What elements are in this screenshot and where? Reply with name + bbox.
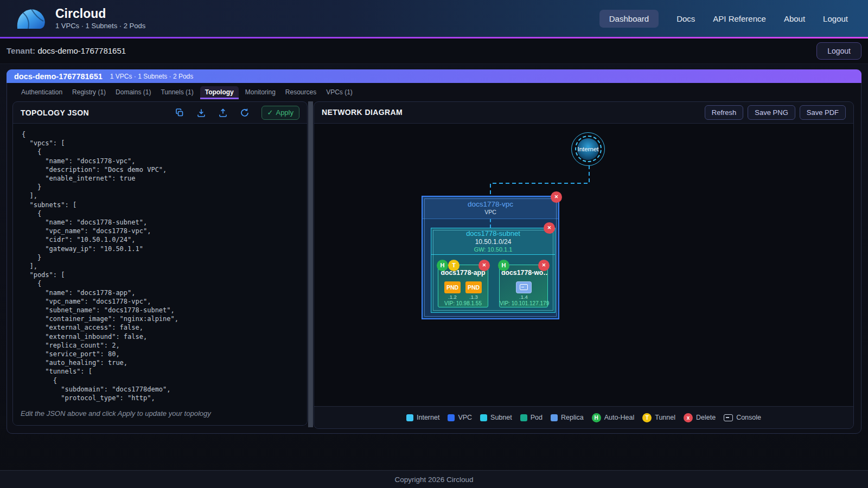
pod-worker-replicas: .1.4 xyxy=(500,281,547,300)
diagram-canvas[interactable]: Internet ✕ docs1778-vpc VPC ✕ docs1778- xyxy=(314,124,853,407)
nav-item-docs[interactable]: Docs xyxy=(676,14,695,23)
legend-console: Console xyxy=(724,414,761,421)
tenant-bar: Tenant: docs-demo-1767781651 Logout xyxy=(0,38,868,64)
pod-app-vip: VIP: 10.98.1.55 xyxy=(438,300,488,306)
nav-links: Dashboard Docs API Reference About Logou… xyxy=(599,10,848,28)
legend-pod: Pod xyxy=(520,414,542,421)
internet-node[interactable]: Internet xyxy=(571,132,605,166)
card-tenant-counts: 1 VPCs · 1 Subnets · 2 Pods xyxy=(110,73,193,80)
refresh-button[interactable]: Refresh xyxy=(705,105,744,120)
tenant-value: docs-demo-1767781651 xyxy=(38,46,126,55)
tab-resources[interactable]: Resources xyxy=(282,86,320,99)
pod-app-delete-button[interactable]: ✕ xyxy=(478,260,490,271)
page-footer: Copyright 2026 Circloud xyxy=(0,470,868,488)
pod-swatch xyxy=(520,414,527,421)
apply-button[interactable]: ✓ Apply xyxy=(261,106,299,120)
vpc-name: docs1778-vpc xyxy=(468,200,513,209)
pod-app[interactable]: H T ✕ docs1778-app PND .1.2 PND xyxy=(438,265,488,307)
subnet-swatch xyxy=(480,414,487,421)
tab-topology[interactable]: Topology xyxy=(200,86,239,99)
replica-swatch xyxy=(551,414,558,421)
legend-replica: Replica xyxy=(551,414,584,421)
json-toolbar: ✓ Apply xyxy=(175,106,299,120)
legend-autoheal: HAuto-Heal xyxy=(592,413,635,422)
vpc-type-label: VPC xyxy=(484,209,496,215)
vpc-swatch xyxy=(448,414,455,421)
subnet-gateway: GW: 10.50.1.1 xyxy=(474,246,513,253)
circloud-logo-icon xyxy=(15,6,47,31)
vpc-delete-button[interactable]: ✕ xyxy=(551,191,562,203)
nav-item-about[interactable]: About xyxy=(784,14,805,23)
pod-worker[interactable]: H ✕ docs1778-wo… .1.4 VIP: 10.101.127.17… xyxy=(499,265,548,307)
legend-subnet: Subnet xyxy=(480,414,512,421)
connector-lines xyxy=(314,124,853,407)
internet-label: Internet xyxy=(578,146,599,152)
autoheal-icon: H xyxy=(592,413,601,422)
copyright-text: Copyright 2026 Circloud xyxy=(395,476,474,484)
diagram-actions: Refresh Save PNG Save PDF xyxy=(705,105,846,120)
subnet-box[interactable]: ✕ docs1778-subnet 10.50.1.0/24 GW: 10.50… xyxy=(431,228,556,313)
tab-registry[interactable]: Registry (1) xyxy=(69,86,109,99)
network-diagram-title: NETWORK DIAGRAM xyxy=(322,108,403,117)
replica-console[interactable]: .1.4 xyxy=(516,281,532,300)
copy-icon[interactable] xyxy=(175,108,184,118)
legend-tunnel: TTunnel xyxy=(642,413,675,422)
topology-json-title: TOPOLOGY JSON xyxy=(21,108,89,117)
vpc-box[interactable]: ✕ docs1778-vpc VPC ✕ docs1778-subnet 10.… xyxy=(422,196,559,319)
app-title: Circloud xyxy=(55,7,145,21)
subnet-header: docs1778-subnet 10.50.1.0/24 GW: 10.50.1… xyxy=(431,228,555,255)
panels-row: TOPOLOGY JSON ✓ xyxy=(7,100,861,429)
console-legend-icon xyxy=(724,414,733,421)
diagram-legend: Internet VPC Subnet Pod Replica HAuto-He… xyxy=(314,406,853,428)
pod-app-replicas: PND .1.2 PND .1.3 xyxy=(438,281,488,300)
legend-internet: Internet xyxy=(406,414,439,421)
replica-pending[interactable]: PND .1.2 xyxy=(444,281,461,300)
app-subtitle: 1 VPCs · 1 Subnets · 2 Pods xyxy=(55,22,145,30)
upload-icon[interactable] xyxy=(218,108,228,118)
tab-authentication[interactable]: Authentication xyxy=(18,86,66,99)
tab-domains[interactable]: Domains (1) xyxy=(112,86,154,99)
subnet-name: docs1778-subnet xyxy=(466,229,520,238)
json-editor[interactable]: { "vpcs": [ { "name": "docs1778-vpc", "d… xyxy=(13,124,307,404)
tab-bar: Authentication Registry (1) Domains (1) … xyxy=(7,83,861,100)
card-header-band: docs-demo-1767781651 1 VPCs · 1 Subnets … xyxy=(7,69,861,83)
console-icon[interactable] xyxy=(516,281,532,293)
brand: Circloud 1 VPCs · 1 Subnets · 2 Pods xyxy=(15,6,145,31)
nav-item-dashboard[interactable]: Dashboard xyxy=(599,10,659,28)
vpc-header: docs1778-vpc VPC xyxy=(423,197,558,219)
network-diagram-panel: NETWORK DIAGRAM Refresh Save PNG Save PD… xyxy=(314,101,854,429)
internet-node-core: Internet xyxy=(577,138,599,160)
tab-monitoring[interactable]: Monitoring xyxy=(242,86,279,99)
download-icon[interactable] xyxy=(196,108,206,118)
logout-button[interactable]: Logout xyxy=(816,42,861,60)
topology-json-header: TOPOLOGY JSON ✓ xyxy=(13,102,307,124)
nav-item-api-reference[interactable]: API Reference xyxy=(713,14,766,23)
tenant-label: Tenant: xyxy=(7,46,35,55)
subnet-cidr: 10.50.1.0/24 xyxy=(475,238,512,246)
panel-resizer[interactable] xyxy=(308,101,313,427)
replica-pending[interactable]: PND .1.3 xyxy=(465,281,482,300)
internet-node-dashed-ring: Internet xyxy=(575,136,602,162)
save-png-button[interactable]: Save PNG xyxy=(748,105,795,120)
save-pdf-button[interactable]: Save PDF xyxy=(800,105,846,120)
json-hint: Edit the JSON above and click Apply to u… xyxy=(13,404,307,425)
card-tenant-name: docs-demo-1767781651 xyxy=(14,72,103,81)
tab-tunnels[interactable]: Tunnels (1) xyxy=(157,86,196,99)
tunnel-icon: T xyxy=(642,413,652,422)
autoheal-badge: H xyxy=(437,260,448,271)
json-code[interactable]: { "vpcs": [ { "name": "docs1778-vpc", "d… xyxy=(13,124,307,402)
pod-worker-vip: VIP: 10.101.127.179 xyxy=(500,300,547,306)
pod-worker-delete-button[interactable]: ✕ xyxy=(538,260,550,271)
reset-icon[interactable] xyxy=(240,108,250,118)
tab-vpcs[interactable]: VPCs (1) xyxy=(323,86,356,99)
nav-item-logout[interactable]: Logout xyxy=(823,14,848,23)
autoheal-badge: H xyxy=(498,260,509,271)
subnet-delete-button[interactable]: ✕ xyxy=(544,222,555,234)
delete-icon: x xyxy=(684,413,693,422)
legend-delete: xDelete xyxy=(684,413,716,422)
tenant-card: docs-demo-1767781651 1 VPCs · 1 Subnets … xyxy=(7,69,861,434)
apply-check-icon: ✓ xyxy=(267,108,273,117)
network-diagram-header: NETWORK DIAGRAM Refresh Save PNG Save PD… xyxy=(314,102,853,124)
legend-vpc: VPC xyxy=(448,414,472,421)
internet-swatch xyxy=(406,414,413,421)
